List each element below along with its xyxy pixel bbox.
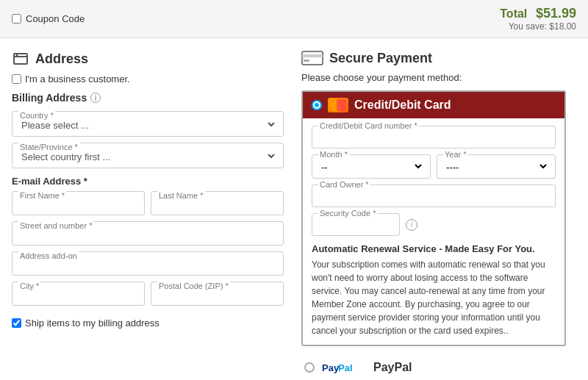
billing-header: Billing Address i [12, 92, 284, 104]
email-label: E-mail Address * [12, 176, 284, 187]
coupon-checkbox[interactable] [12, 14, 21, 24]
credit-card-title: Credit/Debit Card [354, 98, 451, 112]
payment-title: Secure Payment [329, 51, 432, 66]
country-field: Country * Please select ... [12, 111, 284, 137]
last-name-field: Last Name * [151, 191, 284, 215]
coupon-section: Coupon Code [12, 13, 85, 24]
payment-icon [301, 50, 323, 66]
credit-card-header: Credit/Debit Card [303, 92, 564, 118]
month-year-row: Month * -- Year * ---- [312, 154, 556, 179]
card-number-field: Credit/Debit Card number * [312, 126, 556, 148]
card-number-input[interactable] [318, 129, 549, 145]
last-name-label: Last Name * [157, 191, 205, 200]
year-field: Year * ---- [437, 154, 556, 179]
address-section: Address I'm a business customer. Billing… [12, 50, 284, 380]
credit-card-body: Credit/Debit Card number * Month * -- Ye… [303, 118, 564, 345]
month-field: Month * -- [312, 154, 431, 179]
street-field: Street and number * [12, 221, 284, 245]
payment-subtitle: Please choose your payment method: [301, 72, 566, 83]
credit-card-radio[interactable] [312, 100, 322, 110]
credit-card-panel: Credit/Debit Card Credit/Debit Card numb… [301, 90, 566, 346]
billing-title: Billing Address [12, 92, 87, 104]
billing-info-icon[interactable]: i [90, 93, 101, 103]
you-save: You save: $18.00 [500, 21, 576, 32]
coupon-label: Coupon Code [26, 13, 85, 24]
card-number-label: Credit/Debit Card number * [318, 121, 419, 130]
first-name-field: First Name * [12, 191, 145, 215]
month-label: Month * [318, 150, 349, 159]
card-type-icon [328, 98, 348, 112]
svg-rect-6 [337, 99, 346, 111]
country-select[interactable]: Please select ... [18, 116, 277, 133]
security-input[interactable] [318, 217, 393, 232]
city-field: City * [12, 282, 145, 306]
security-info-icon[interactable]: i [406, 219, 417, 231]
security-label: Security Code * [318, 209, 377, 218]
svg-rect-2 [302, 51, 323, 65]
paypal-label: PayPal [373, 361, 412, 374]
postal-label: Postal Code (ZIP) * [157, 282, 230, 290]
paypal-row: Pay Pal PayPal [301, 355, 566, 380]
business-customer-row: I'm a business customer. [12, 74, 284, 85]
business-label: I'm a business customer. [25, 74, 130, 85]
postal-field: Postal Code (ZIP) * [151, 282, 284, 306]
year-select[interactable]: ---- [443, 158, 549, 175]
card-owner-field: Card Owner * [312, 184, 556, 207]
svg-text:Pal: Pal [338, 362, 353, 373]
business-checkbox[interactable] [12, 74, 21, 84]
total-section: Total $51.99 You save: $18.00 [500, 6, 576, 32]
security-row: Security Code * i [312, 213, 556, 236]
first-name-label: First Name * [18, 191, 66, 200]
ship-label: Ship items to my billing address [25, 318, 159, 329]
ship-check-row: Ship items to my billing address [12, 318, 284, 329]
svg-point-1 [16, 54, 18, 57]
month-select[interactable]: -- [318, 158, 424, 175]
payment-header: Secure Payment [301, 50, 566, 66]
paypal-logo-icon: Pay Pal [322, 361, 366, 374]
paypal-radio[interactable] [304, 362, 315, 373]
card-owner-label: Card Owner * [318, 180, 370, 189]
svg-text:Pay: Pay [322, 362, 340, 373]
year-label: Year * [443, 150, 468, 159]
svg-rect-3 [302, 54, 323, 57]
renewal-text: Your subscription comes with automatic r… [312, 258, 556, 337]
country-label: Country * [18, 111, 55, 120]
city-label: City * [18, 282, 40, 290]
state-label: State/Province * [18, 143, 79, 151]
name-row: First Name * Last Name * [12, 191, 284, 221]
payment-section: Secure Payment Please choose your paymen… [301, 50, 566, 380]
card-owner-input[interactable] [318, 188, 549, 204]
total-amount: $51.99 [536, 6, 576, 21]
ship-checkbox[interactable] [12, 318, 21, 328]
svg-rect-4 [304, 60, 309, 62]
main-content: Address I'm a business customer. Billing… [0, 38, 588, 380]
security-field: Security Code * [312, 213, 400, 236]
address-addon-field: Address add-on [12, 251, 284, 276]
address-header: Address [12, 50, 284, 68]
address-addon-label: Address add-on [18, 251, 79, 260]
street-label: Street and number * [18, 221, 93, 230]
state-field: State/Province * Select country first ..… [12, 143, 284, 168]
city-postal-row: City * Postal Code (ZIP) * [12, 282, 284, 312]
renewal-title: Automatic Renewal Service - Made Easy Fo… [312, 243, 556, 254]
top-bar: Coupon Code Total $51.99 You save: $18.0… [0, 0, 588, 38]
address-title: Address [35, 51, 88, 67]
total-label: Total [500, 7, 527, 20]
address-icon [12, 50, 29, 68]
